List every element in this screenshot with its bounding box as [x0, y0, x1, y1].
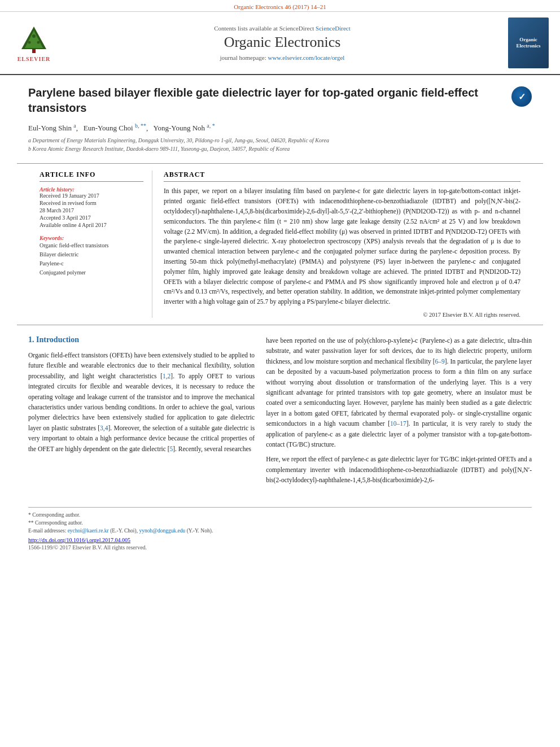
- intro-heading: 1. Introduction: [28, 335, 255, 344]
- body-left-column: 1. Introduction Organic field-effect tra…: [28, 335, 255, 490]
- copyright-text: © 2017 Elsevier B.V. All rights reserved…: [164, 312, 520, 318]
- issn-text: 1566-1199/© 2017 Elsevier B.V. All right…: [28, 544, 532, 551]
- journal-cover-title: OrganicElectronics: [517, 37, 541, 49]
- body-right-column: have been reported on the use of poly(ch…: [266, 335, 532, 490]
- article-info-panel: ARTICLE INFO Article history: Received 1…: [40, 171, 152, 318]
- journal-bar-text: Organic Electronics 46 (2017) 14–21: [234, 3, 326, 10]
- keyword-1: Organic field-effect transistors: [40, 241, 143, 250]
- affiliations: a Department of Energy Materials Enginee…: [28, 136, 506, 153]
- article-header: Parylene based bilayer flexible gate die…: [0, 75, 560, 163]
- history-label: Article history:: [40, 186, 143, 193]
- keywords-section: Keywords: Organic field-effect transisto…: [40, 235, 143, 277]
- crossmark-badge: ✓: [511, 86, 532, 107]
- keyword-2: Bilayer dielectric: [40, 250, 143, 259]
- footnotes-section: * Corresponding author. ** Corresponding…: [28, 507, 532, 551]
- svg-point-3: [32, 34, 36, 38]
- author-3: Yong-Young Noh a, *: [153, 124, 215, 132]
- article-body: 1. Introduction Organic field-effect tra…: [0, 325, 560, 501]
- footnote-star: * Corresponding author.: [28, 511, 532, 519]
- authors-line: Eul-Yong Shin a, Eun-Young Choi b, **, Y…: [28, 123, 506, 133]
- footnote-double-star: ** Corresponding author.: [28, 519, 532, 527]
- available-online: Available online 4 April 2017: [40, 222, 143, 228]
- affiliation-b: b Korea Atomic Energy Research Institute…: [28, 145, 506, 153]
- svg-point-5: [37, 41, 40, 44]
- svg-point-4: [28, 41, 31, 44]
- elsevier-logo: ELSEVIER: [11, 24, 56, 62]
- abstract-heading: ABSTRACT: [164, 171, 520, 182]
- intro-paragraph-left: Organic field-effect transistors (OFETs)…: [28, 350, 255, 454]
- accepted-date: Accepted 3 April 2017: [40, 215, 143, 221]
- sciencedirect-text: Contents lists available at ScienceDirec…: [62, 25, 502, 32]
- received-date: Received 19 January 2017: [40, 193, 143, 199]
- email-link-2[interactable]: yynoh@dongguk.edu: [139, 528, 185, 534]
- keywords-label: Keywords:: [40, 235, 143, 241]
- email-link-1[interactable]: eychoi@kaeri.re.kr: [68, 528, 109, 534]
- intro-paragraph-right-2: Here, we report the effect of parylene-c…: [266, 454, 532, 485]
- journal-header: ELSEVIER Contents lists available at Sci…: [0, 12, 560, 75]
- author-2: Eun-Young Choi b, **,: [84, 124, 148, 132]
- journal-header-center: Contents lists available at ScienceDirec…: [62, 25, 502, 61]
- keyword-3: Parylene-c: [40, 259, 143, 268]
- affiliation-a: a Department of Energy Materials Enginee…: [28, 136, 506, 145]
- journal-bar: Organic Electronics 46 (2017) 14–21: [0, 0, 560, 12]
- elsevier-tree-icon: [17, 24, 51, 55]
- journal-title: Organic Electronics: [62, 34, 502, 51]
- homepage-link[interactable]: www.elsevier.com/locate/orgel: [268, 54, 344, 61]
- abstract-text: In this paper, we report on a bilayer in…: [164, 186, 520, 307]
- abstract-panel: ABSTRACT In this paper, we report on a b…: [164, 171, 520, 318]
- journal-cover-image: OrganicElectronics: [508, 18, 549, 68]
- keyword-4: Conjugated polymer: [40, 268, 143, 277]
- doi-link[interactable]: http://dx.doi.org/10.1016/j.orgel.2017.0…: [28, 537, 532, 543]
- article-info-abstract-section: ARTICLE INFO Article history: Received 1…: [17, 163, 543, 325]
- author-1: Eul-Yong Shin a,: [28, 124, 78, 132]
- footnote-emails: E-mail addresses: eychoi@kaeri.re.kr (E.…: [28, 527, 532, 535]
- intro-paragraph-right-1: have been reported on the use of poly(ch…: [266, 335, 532, 449]
- journal-homepage: journal homepage: www.elsevier.com/locat…: [62, 54, 502, 61]
- article-info-heading: ARTICLE INFO: [40, 171, 143, 182]
- elsevier-label-text: ELSEVIER: [18, 56, 51, 62]
- sciencedirect-link[interactable]: ScienceDirect: [316, 25, 351, 32]
- article-title: Parylene based bilayer flexible gate die…: [28, 85, 506, 116]
- revised-date: 28 March 2017: [40, 207, 143, 213]
- received-revised-label: Received in revised form: [40, 200, 143, 206]
- keywords-list: Organic field-effect transistors Bilayer…: [40, 241, 143, 277]
